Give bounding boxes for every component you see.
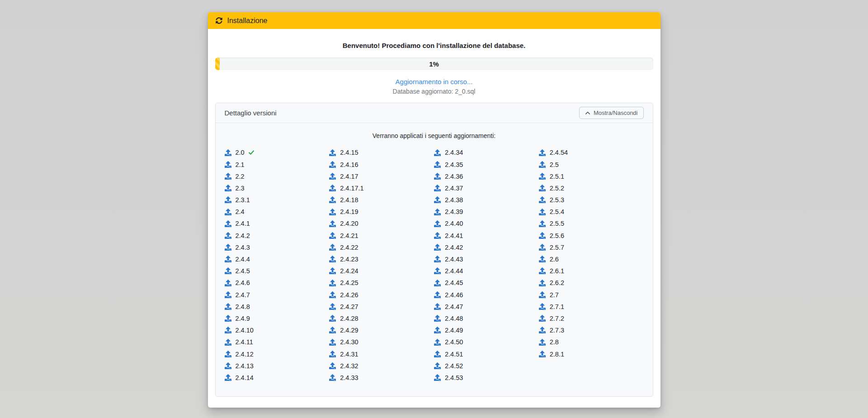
upload-icon	[225, 291, 231, 298]
status-updating-text: Aggiornamento in corso...	[215, 78, 653, 86]
upload-icon	[539, 149, 546, 156]
upload-icon	[539, 220, 546, 227]
version-label: 2.4.44	[445, 267, 463, 275]
upload-icon	[434, 291, 441, 298]
versions-grid: 2.02.12.22.32.3.12.42.4.12.4.22.4.32.4.4…	[225, 147, 644, 384]
upload-icon	[434, 339, 441, 346]
version-label: 2.4.13	[236, 362, 254, 370]
version-item: 2.4.19	[329, 206, 434, 218]
version-label: 2.4.17.1	[340, 185, 363, 192]
page-background: { "colors": { "header_background": "#ffc…	[0, 0, 868, 418]
version-item: 2.4.36	[434, 170, 539, 182]
version-item: 2.4.12	[225, 348, 330, 360]
version-label: 2.7.3	[550, 327, 564, 334]
version-item: 2.4.42	[434, 242, 539, 253]
version-item: 2.4.23	[329, 253, 434, 265]
version-label: 2.4.8	[236, 303, 250, 310]
version-item: 2.4.11	[225, 336, 330, 348]
upload-icon	[539, 280, 546, 286]
versions-panel-body: Verranno applicati i seguenti aggiorname…	[216, 123, 653, 396]
upload-icon	[225, 173, 231, 180]
card-header: Installazione	[208, 12, 660, 29]
version-label: 2.4.4	[236, 256, 250, 263]
version-item: 2.4.46	[434, 289, 539, 300]
version-item: 2.5.5	[539, 218, 644, 229]
version-label: 2.4.6	[236, 279, 250, 286]
version-item: 2.4.41	[434, 229, 539, 241]
version-label: 2.4.47	[445, 303, 463, 310]
show-hide-button-label: Mostra/Nascondi	[594, 109, 638, 116]
version-item: 2.7.1	[539, 300, 644, 312]
version-label: 2.4.37	[445, 185, 463, 192]
version-label: 2.1	[236, 161, 245, 168]
version-label: 2.4.39	[445, 208, 463, 215]
version-item: 2.4	[225, 206, 330, 218]
version-label: 2.5.2	[550, 185, 564, 192]
version-item: 2.4.13	[225, 360, 330, 371]
version-label: 2.6.2	[550, 279, 564, 286]
upload-icon	[329, 267, 336, 274]
version-item: 2.4.50	[434, 336, 539, 348]
upload-icon	[225, 280, 231, 286]
version-label: 2.4.17	[340, 173, 358, 180]
version-label: 2.4.29	[340, 327, 358, 334]
version-item: 2.2	[225, 170, 330, 182]
upload-icon	[539, 339, 546, 346]
upload-icon	[329, 196, 336, 203]
upload-icon	[434, 149, 441, 156]
version-item: 2.5.4	[539, 206, 644, 218]
upload-icon	[434, 362, 441, 369]
upload-icon	[225, 244, 231, 251]
version-item: 2.4.26	[329, 289, 434, 300]
version-item: 2.4.54	[539, 147, 644, 158]
upload-icon	[434, 315, 441, 322]
version-item: 2.4.30	[329, 336, 434, 348]
version-item: 2.4.8	[225, 300, 330, 312]
version-label: 2.4.49	[445, 327, 463, 334]
version-item: 2.5.7	[539, 242, 644, 253]
version-label: 2.5.1	[550, 173, 564, 180]
upload-icon	[225, 161, 231, 168]
version-item: 2.4.51	[434, 348, 539, 360]
version-item: 2.5	[539, 158, 644, 170]
upload-icon	[539, 244, 546, 251]
upload-icon	[539, 196, 546, 203]
version-item: 2.4.20	[329, 218, 434, 229]
version-label: 2.4.19	[340, 208, 358, 215]
versions-column: 2.4.542.52.5.12.5.22.5.32.5.42.5.52.5.62…	[539, 147, 644, 384]
version-label: 2.4.35	[445, 161, 463, 168]
show-hide-button[interactable]: Mostra/Nascondi	[579, 107, 644, 119]
version-label: 2.4.26	[340, 291, 358, 299]
version-item: 2.4.6	[225, 277, 330, 289]
version-item: 2.4.35	[434, 158, 539, 170]
version-item: 2.4.15	[329, 147, 434, 158]
version-label: 2.0	[236, 149, 245, 156]
upload-icon	[539, 303, 546, 310]
upload-icon	[329, 220, 336, 227]
chevron-up-icon	[585, 110, 590, 116]
version-item: 2.4.21	[329, 229, 434, 241]
version-label: 2.4.16	[340, 161, 358, 168]
version-label: 2.4.50	[445, 338, 463, 346]
version-label: 2.4.33	[340, 374, 358, 381]
upload-icon	[329, 232, 336, 239]
version-item: 2.4.22	[329, 242, 434, 253]
upload-icon	[329, 256, 336, 262]
upload-icon	[225, 185, 231, 191]
upload-icon	[434, 374, 441, 381]
version-item: 2.4.25	[329, 277, 434, 289]
versions-intro-text: Verranno applicati i seguenti aggiorname…	[225, 132, 644, 139]
version-item: 2.4.52	[434, 360, 539, 371]
upload-icon	[434, 185, 441, 191]
upload-icon	[539, 267, 546, 274]
version-item: 2.1	[225, 158, 330, 170]
upload-icon	[225, 209, 231, 215]
version-label: 2.4.20	[340, 220, 358, 227]
upload-icon	[225, 327, 231, 333]
version-label: 2.4	[236, 208, 245, 215]
version-item: 2.7	[539, 289, 644, 300]
version-label: 2.4.43	[445, 256, 463, 263]
upload-icon	[539, 291, 546, 298]
version-label: 2.4.46	[445, 291, 463, 299]
upload-icon	[225, 303, 231, 310]
